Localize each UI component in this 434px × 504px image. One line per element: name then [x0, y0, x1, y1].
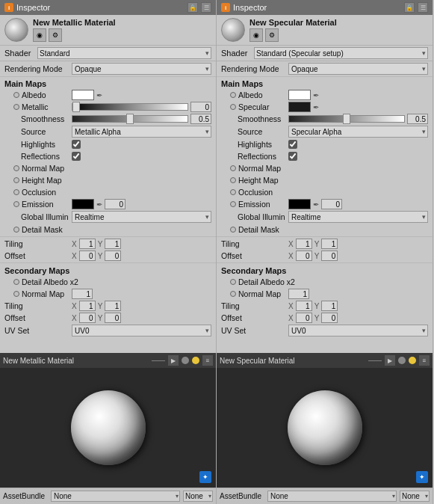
offset-y-input[interactable]: [105, 251, 121, 261]
metallic-value[interactable]: [190, 102, 211, 112]
preview-play-btn[interactable]: ▶: [168, 355, 179, 366]
albedo-color-swatch[interactable]: [72, 90, 94, 100]
mat-settings-btn-spec[interactable]: ⚙: [265, 28, 279, 42]
heightmap-dot-spec: [230, 177, 236, 183]
tiling-x-input[interactable]: [79, 239, 96, 249]
mat-select-btn[interactable]: ◉: [33, 28, 46, 42]
tiling-content: X Y: [72, 239, 211, 249]
albedo-label-spec: Albedo: [221, 90, 288, 99]
emission-content: ✒: [72, 199, 211, 209]
preview-sphere-spec: [288, 390, 362, 465]
preview-play-btn-spec[interactable]: ▶: [385, 355, 395, 366]
sec-normalmap-value-spec[interactable]: [288, 289, 309, 299]
shader-select[interactable]: Standard Standard (Specular setup): [37, 47, 211, 59]
albedo-color-swatch-spec[interactable]: [288, 90, 311, 100]
sec-offset-x[interactable]: [79, 313, 96, 323]
inspector-icon-spec: i: [221, 3, 230, 12]
ab-select-spec[interactable]: None: [267, 491, 397, 502]
emission-eyedropper[interactable]: ✒: [96, 200, 102, 209]
sec-tiling-x[interactable]: [79, 301, 96, 311]
uv-set-select-spec[interactable]: UV0UV1: [288, 325, 428, 336]
source-select-wrapper: Metallic AlphaAlbedo Alpha: [72, 126, 211, 138]
shader-select-wrapper-spec: Standard Standard (Specular setup): [254, 47, 428, 59]
detail-albedo-row: Detail Albedo x2: [0, 276, 216, 288]
sec-offset-x-spec[interactable]: [296, 313, 312, 323]
offset-row-spec: Offset X Y: [217, 250, 433, 262]
highlights-content-spec: [288, 140, 428, 149]
sec-offset-row-spec: Offset X Y: [217, 312, 433, 324]
albedo-eyedropper-spec[interactable]: ✒: [313, 91, 319, 99]
sec-offset-y[interactable]: [105, 313, 121, 323]
reflections-checkbox-spec[interactable]: [288, 152, 297, 161]
global-illum-select-spec[interactable]: RealtimeBakedNone: [288, 211, 428, 223]
highlights-row: Highlights: [0, 138, 216, 150]
preview-menu-btn[interactable]: ≡: [202, 355, 213, 366]
lock-button[interactable]: 🔒: [187, 2, 198, 13]
mat-settings-btn[interactable]: ⚙: [49, 28, 62, 42]
offset-x-input[interactable]: [79, 251, 96, 261]
highlights-checkbox-spec[interactable]: [288, 140, 297, 149]
occlusion-label: Occlusion: [4, 188, 72, 197]
mat-action-icons: ◉ ⚙: [33, 28, 211, 42]
ab-select-sm-spec[interactable]: None: [400, 491, 430, 502]
offset-x-label: X: [72, 252, 77, 260]
preview-menu-btn-spec[interactable]: ≡: [419, 355, 430, 366]
sec-offset-label-spec: Offset: [221, 313, 288, 322]
reflections-checkbox[interactable]: [72, 152, 81, 161]
ab-select[interactable]: None: [51, 491, 180, 502]
source-select-spec[interactable]: Specular AlphaAlbedo Alpha: [288, 126, 428, 138]
detail-albedo-dot-spec: [230, 279, 236, 285]
smoothness-value-spec[interactable]: [407, 114, 428, 124]
global-illum-select-wrapper: RealtimeBakedNone: [72, 211, 211, 223]
offset-y-spec[interactable]: [321, 251, 338, 261]
detail-mask-row: Detail Mask: [0, 224, 216, 236]
offset-x-spec[interactable]: [296, 251, 312, 261]
emission-color-swatch-spec[interactable]: [288, 199, 311, 209]
smoothness-content: [72, 114, 211, 124]
emission-value-spec[interactable]: [321, 199, 342, 209]
tiling-y-spec[interactable]: [321, 239, 338, 249]
title-bar-specular: i Inspector 🔒 ☰: [217, 0, 433, 15]
sec-normalmap-value[interactable]: [72, 289, 93, 299]
sec-tiling-y-spec[interactable]: [321, 301, 338, 311]
offset-row: Offset X Y: [0, 250, 216, 262]
smoothness-value[interactable]: [190, 114, 211, 124]
highlights-label: Highlights: [4, 140, 72, 149]
rendering-mode-select-spec[interactable]: OpaqueCutoutFadeTransparent: [288, 63, 428, 75]
albedo-eyedropper[interactable]: ✒: [96, 91, 102, 99]
emission-value[interactable]: [105, 199, 125, 209]
mat-select-btn-spec[interactable]: ◉: [249, 28, 263, 42]
global-illum-select[interactable]: RealtimeBakedNone: [72, 211, 211, 223]
emission-eyedropper-spec[interactable]: ✒: [313, 200, 319, 209]
smoothness-slider-spec[interactable]: [288, 115, 405, 123]
ab-select-sm[interactable]: None: [183, 491, 213, 502]
normalmap-label-spec: Normal Map: [221, 164, 288, 173]
tiling-x-spec[interactable]: [296, 239, 312, 249]
lock-button-spec[interactable]: 🔒: [404, 2, 415, 13]
specular-color-swatch[interactable]: [288, 102, 311, 112]
tiling-row-spec: Tiling X Y: [217, 238, 433, 250]
menu-button-spec[interactable]: ☰: [418, 2, 428, 13]
uv-set-select[interactable]: UV0UV1: [72, 325, 211, 336]
metallic-slider[interactable]: [72, 103, 188, 111]
sec-offset-y-spec[interactable]: [321, 313, 338, 323]
emission-label: Emission: [4, 200, 72, 209]
tiling-y-input[interactable]: [105, 239, 121, 249]
source-select[interactable]: Metallic AlphaAlbedo Alpha: [72, 126, 211, 138]
sec-normalmap-row: Normal Map: [0, 288, 216, 300]
sec-tiling-y[interactable]: [105, 301, 121, 311]
shader-select-spec[interactable]: Standard Standard (Specular setup): [254, 47, 428, 59]
ab-select-wrapper: None: [51, 491, 180, 502]
rendering-mode-row-spec: Rendering Mode OpaqueCutoutFadeTranspare…: [217, 61, 433, 77]
highlights-checkbox[interactable]: [72, 140, 81, 149]
emission-color-swatch[interactable]: [72, 199, 94, 209]
smoothness-slider[interactable]: [72, 115, 188, 123]
sec-normalmap-label-spec: Normal Map: [221, 289, 288, 298]
sec-tiling-content: X Y: [72, 301, 211, 311]
specular-eyedropper[interactable]: ✒: [313, 103, 319, 111]
menu-button[interactable]: ☰: [201, 2, 211, 13]
tiling-x-label: X: [72, 240, 77, 248]
heightmap-dot: [13, 177, 19, 183]
sec-tiling-x-spec[interactable]: [296, 301, 312, 311]
rendering-mode-select[interactable]: OpaqueCutoutFadeTransparent: [72, 63, 211, 75]
